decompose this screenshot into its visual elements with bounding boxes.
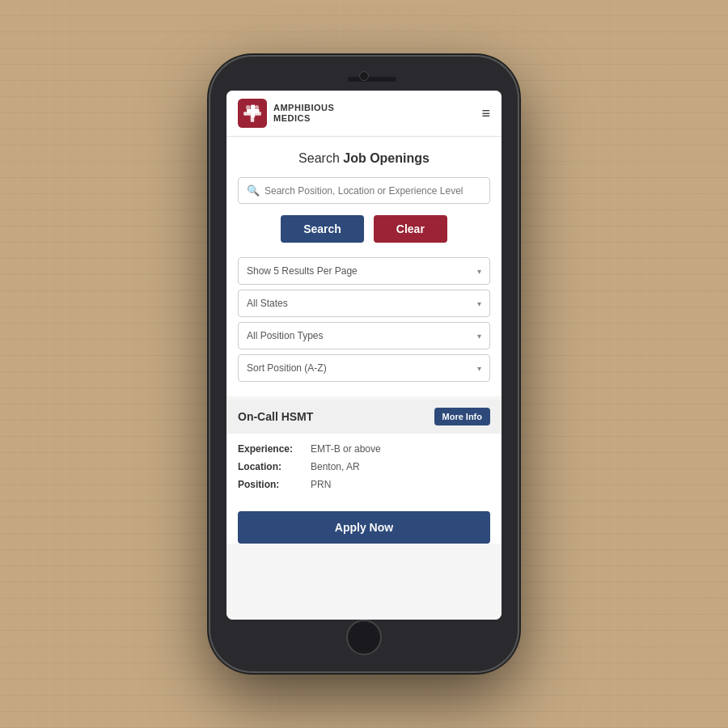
svg-point-4 [246, 105, 250, 109]
sort-label: Sort Position (A-Z) [247, 362, 327, 374]
phone-screen: ✚ AMPHIBIOUS MEDICS ≡ [226, 91, 502, 620]
experience-value: EMT-B or above [311, 443, 381, 455]
search-input-wrap[interactable]: 🔍 [238, 177, 490, 204]
job-section: On-Call HSMT More Info Experience: EMT-B… [226, 400, 502, 544]
sort-dropdown[interactable]: Sort Position (A-Z) ▾ [238, 354, 490, 382]
search-mag-icon: 🔍 [247, 184, 260, 197]
logo-icon: ✚ [238, 99, 267, 128]
phone-top [218, 68, 510, 91]
chevron-down-icon: ▾ [477, 267, 481, 276]
button-row: Search Clear [238, 215, 490, 243]
search-button[interactable]: Search [281, 215, 364, 243]
phone-bottom [218, 620, 510, 655]
position-value: PRN [311, 479, 331, 490]
position-row: Position: PRN [238, 479, 490, 490]
search-section: Search Job Openings 🔍 Search Clear Show … [226, 137, 502, 396]
position-label: Position: [238, 479, 311, 490]
search-input[interactable] [265, 185, 481, 197]
chevron-down-icon: ▾ [477, 364, 481, 373]
apply-now-button[interactable]: Apply Now [238, 511, 490, 544]
location-value: Benton, AR [311, 461, 360, 472]
states-dropdown[interactable]: All States ▾ [238, 290, 490, 317]
clear-button[interactable]: Clear [374, 215, 447, 243]
logo-text: AMPHIBIOUS MEDICS [273, 103, 334, 124]
experience-row: Experience: EMT-B or above [238, 443, 490, 455]
svg-rect-3 [251, 105, 255, 122]
location-row: Location: Benton, AR [238, 461, 490, 472]
more-info-button[interactable]: More Info [434, 408, 491, 425]
home-button[interactable] [346, 620, 382, 655]
phone-shell: ✚ AMPHIBIOUS MEDICS ≡ [210, 57, 518, 671]
results-per-page-dropdown[interactable]: Show 5 Results Per Page ▾ [238, 257, 490, 285]
chevron-down-icon: ▾ [477, 299, 481, 308]
search-title: Search Job Openings [238, 151, 490, 166]
location-label: Location: [238, 461, 311, 472]
logo-area: ✚ AMPHIBIOUS MEDICS [238, 99, 334, 128]
states-label: All States [247, 298, 288, 309]
results-per-page-label: Show 5 Results Per Page [247, 265, 358, 277]
position-types-dropdown[interactable]: All Position Types ▾ [238, 322, 490, 349]
position-types-label: All Position Types [247, 330, 324, 341]
app-content: Search Job Openings 🔍 Search Clear Show … [226, 137, 502, 620]
phone-speaker [348, 77, 396, 82]
job-header: On-Call HSMT More Info [226, 400, 502, 434]
experience-label: Experience: [238, 443, 311, 455]
dropdown-group: Show 5 Results Per Page ▾ All States ▾ A… [238, 257, 490, 382]
job-title: On-Call HSMT [238, 410, 313, 423]
chevron-down-icon: ▾ [477, 332, 481, 341]
svg-point-5 [255, 105, 259, 109]
job-details: Experience: EMT-B or above Location: Ben… [226, 434, 502, 506]
hamburger-icon[interactable]: ≡ [481, 106, 490, 121]
phone-camera [359, 71, 369, 81]
app-header: ✚ AMPHIBIOUS MEDICS ≡ [226, 91, 502, 137]
